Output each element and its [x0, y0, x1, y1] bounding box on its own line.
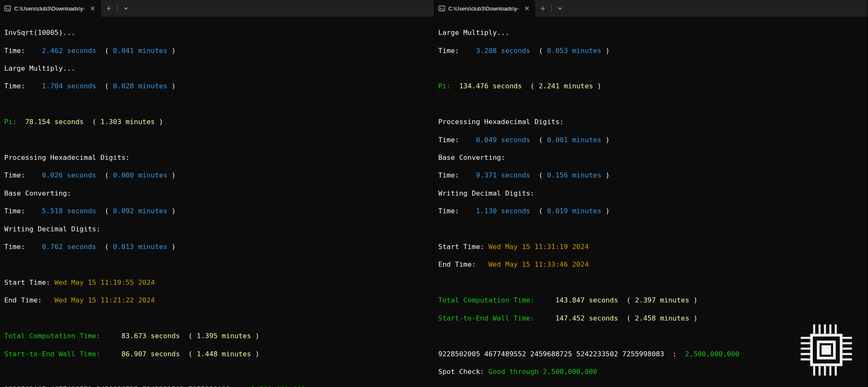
- text: (: [104, 171, 113, 179]
- value: 0.092 minutes: [113, 207, 167, 215]
- text: (: [539, 136, 547, 144]
- text: ): [167, 207, 176, 215]
- terminal-icon: [4, 5, 11, 12]
- titlebar-divider: [551, 5, 552, 12]
- tab-dropdown-button[interactable]: [118, 0, 134, 17]
- value: 1.130 seconds: [476, 207, 539, 215]
- value: 134.476 seconds: [459, 82, 530, 90]
- value: 5.518 seconds: [42, 207, 104, 215]
- tab-close-button[interactable]: [523, 4, 531, 13]
- value: 0.013 minutes: [113, 243, 167, 251]
- value: 0.156 minutes: [547, 171, 601, 179]
- text: ): [601, 136, 610, 144]
- text: ): [689, 296, 698, 304]
- text: (: [92, 118, 101, 126]
- terminal-output[interactable]: InvSqrt(10005)... Time: 2.462 seconds ( …: [0, 17, 434, 387]
- text: ): [167, 47, 176, 55]
- digits: 9228502005 4677489552 2459688725 5242233…: [4, 385, 230, 387]
- text: :: [664, 350, 685, 358]
- text: (: [539, 47, 547, 55]
- value: 0.049 seconds: [476, 136, 539, 144]
- label: End Time:: [4, 296, 54, 304]
- label: Start-to-End Wall Time:: [438, 314, 556, 322]
- value: Wed May 15 11:31:19 2024: [489, 243, 589, 251]
- value: 83.673 seconds: [121, 332, 188, 340]
- svg-rect-1: [439, 6, 445, 11]
- value: 2,500,000,000: [251, 385, 305, 387]
- text: (: [627, 296, 635, 304]
- label: Time:: [438, 47, 476, 55]
- label: Time:: [4, 47, 42, 55]
- value: Good through 2,500,000,000: [489, 368, 597, 376]
- terminal-icon: [438, 5, 445, 12]
- text: (: [539, 171, 547, 179]
- text: ): [593, 82, 601, 90]
- text: Large Multiply...: [438, 29, 510, 37]
- label: Time:: [4, 82, 42, 90]
- text: (: [627, 314, 635, 322]
- value: 2,500,000,000: [685, 350, 740, 358]
- value: 2.397 minutes: [635, 296, 689, 304]
- text: ): [167, 82, 176, 90]
- value: 0.028 minutes: [113, 82, 167, 90]
- titlebar[interactable]: C:\Users\club3\Downloads\y-: [434, 0, 868, 17]
- label: Start-to-End Wall Time:: [4, 350, 121, 358]
- text: (: [104, 82, 113, 90]
- value: 78.154 seconds: [25, 118, 92, 126]
- digits: 9228502005 4677489552 2459688725 5242233…: [438, 350, 664, 358]
- new-tab-button[interactable]: [101, 0, 116, 17]
- new-tab-button[interactable]: [535, 0, 550, 17]
- text: ): [601, 171, 610, 179]
- value: 2.462 seconds: [42, 47, 104, 55]
- value: Wed May 15 11:33:46 2024: [489, 260, 589, 268]
- text: ): [689, 314, 698, 322]
- text: (: [104, 207, 113, 215]
- value: 143.847 seconds: [556, 296, 627, 304]
- terminal-window-left: C:\Users\club3\Downloads\y- InvSqrt(1000…: [0, 0, 434, 387]
- text: (: [188, 332, 197, 340]
- text: ): [167, 171, 176, 179]
- label: Time:: [438, 207, 476, 215]
- text: (: [530, 82, 539, 90]
- value: 0.000 minutes: [113, 171, 167, 179]
- value: 2.241 minutes: [539, 82, 593, 90]
- tab-active[interactable]: C:\Users\club3\Downloads\y-: [0, 0, 101, 17]
- value: 0.762 seconds: [42, 243, 104, 251]
- text: (: [104, 243, 113, 251]
- svg-rect-0: [5, 6, 11, 11]
- tab-active[interactable]: C:\Users\club3\Downloads\y-: [434, 0, 535, 17]
- value: 0.001 minutes: [547, 136, 601, 144]
- text: (: [539, 207, 547, 215]
- value: 1.704 seconds: [42, 82, 104, 90]
- value: 1.395 minutes: [197, 332, 251, 340]
- label: Start Time:: [4, 278, 54, 286]
- label: Time:: [4, 243, 42, 251]
- value: 147.452 seconds: [556, 314, 627, 322]
- value: 2.458 minutes: [635, 314, 689, 322]
- value: 3.208 seconds: [476, 47, 539, 55]
- tab-title: C:\Users\club3\Downloads\y-: [14, 5, 85, 12]
- label: Pi:: [438, 82, 459, 90]
- tab-close-button[interactable]: [88, 4, 97, 13]
- label: End Time:: [438, 260, 489, 268]
- text: InvSqrt(10005)...: [4, 29, 75, 37]
- label: Spot Check:: [438, 368, 489, 376]
- value: Wed May 15 11:21:22 2024: [54, 296, 155, 304]
- text: Processing Hexadecimal Digits:: [4, 154, 130, 162]
- text: ): [601, 207, 610, 215]
- value: 0.019 minutes: [547, 207, 601, 215]
- label: Time:: [4, 171, 42, 179]
- value: 0.026 seconds: [42, 171, 104, 179]
- text: (: [104, 47, 113, 55]
- text: ): [167, 243, 176, 251]
- titlebar[interactable]: C:\Users\club3\Downloads\y-: [0, 0, 434, 17]
- tab-dropdown-button[interactable]: [553, 0, 568, 17]
- label: Time:: [4, 207, 42, 215]
- value: 86.907 seconds: [121, 350, 188, 358]
- terminal-output[interactable]: Large Multiply... Time: 3.208 seconds ( …: [434, 17, 868, 387]
- text: Base Converting:: [438, 154, 505, 162]
- value: 9.371 seconds: [476, 171, 539, 179]
- label: Total Computation Time:: [4, 332, 121, 340]
- label: Time:: [438, 171, 476, 179]
- text: ): [601, 47, 610, 55]
